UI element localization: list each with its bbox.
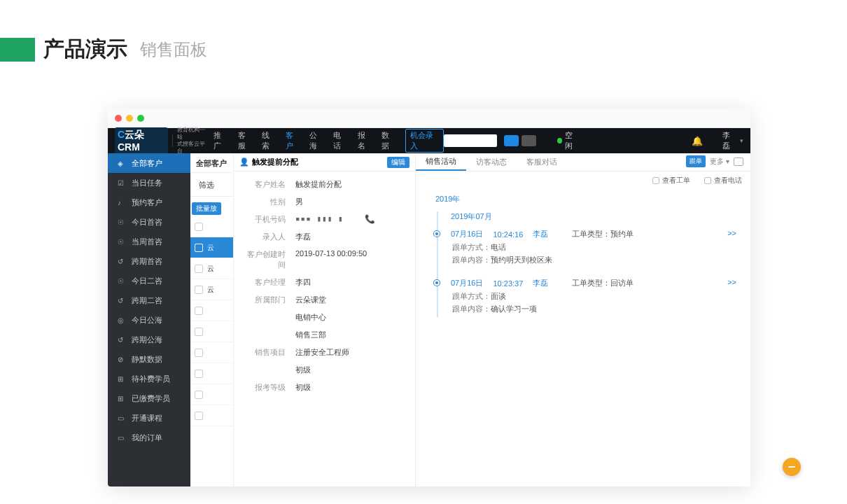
entry-time: 10:23:37 — [493, 279, 523, 288]
list-row[interactable]: 云 — [190, 279, 233, 300]
field-value: 电销中心 — [295, 312, 326, 323]
field-value: 李四 — [295, 277, 311, 288]
field-value: 李磊 — [295, 232, 311, 242]
list-row[interactable] — [190, 216, 233, 237]
field-label: 录入人 — [242, 232, 286, 242]
row-checkbox[interactable] — [195, 370, 203, 378]
minimize-dot[interactable] — [126, 115, 133, 122]
list-row[interactable] — [190, 384, 233, 405]
sidebar-item-label: 预约客户 — [132, 197, 162, 208]
sidebar-item-14[interactable]: ▭我的订单 — [108, 428, 190, 447]
detail-field: 电销中心 — [242, 309, 407, 326]
field-label: 销售项目 — [242, 347, 286, 358]
list-row[interactable] — [190, 300, 233, 321]
bell-icon[interactable]: 🔔 — [692, 136, 703, 146]
detail-field: 报考等级初级 — [242, 379, 407, 396]
nav-items: 推广客服线索客户公海电话报名数据 — [214, 130, 395, 151]
row-checkbox[interactable] — [195, 307, 203, 315]
detail-field: 性别男 — [242, 193, 407, 211]
chevron-down-icon[interactable]: ▾ — [740, 137, 743, 144]
sidebar-item-label: 我的订单 — [132, 433, 162, 443]
timeline-month: 2019年07月 — [451, 211, 736, 222]
row-checkbox[interactable] — [195, 265, 203, 273]
entry-more-link[interactable]: >> — [727, 229, 736, 237]
nav-item-0[interactable]: 推广 — [214, 130, 227, 151]
filter-view-phone[interactable]: 查看电话 — [704, 176, 742, 186]
sidebar-item-9[interactable]: ↺跨期公海 — [108, 330, 190, 349]
nav-item-5[interactable]: 电话 — [333, 130, 347, 151]
sidebar-item-13[interactable]: ▭开通课程 — [108, 408, 190, 428]
user-name[interactable]: 李磊 — [722, 130, 737, 151]
sidebar-item-5[interactable]: ↺跨期首咨 — [108, 251, 190, 271]
row-checkbox[interactable] — [195, 328, 203, 336]
sidebar-item-3[interactable]: ☉今日首咨 — [108, 212, 190, 232]
sidebar-item-6[interactable]: ☉今日二咨 — [108, 271, 190, 290]
sidebar-item-4[interactable]: ☉当周首咨 — [108, 232, 190, 251]
sidebar-item-1[interactable]: ☑当日任务 — [108, 173, 190, 192]
opportunity-button[interactable]: 机会录入 — [405, 129, 444, 153]
entry-method: 跟单方式：面谈 — [451, 291, 731, 302]
search-input[interactable] — [444, 134, 497, 147]
filter-label[interactable]: 筛选 — [190, 173, 233, 197]
nav-item-3[interactable]: 客户 — [286, 130, 300, 151]
zoom-dot[interactable] — [137, 115, 144, 122]
row-checkbox[interactable] — [195, 391, 203, 399]
list-row[interactable]: 云 — [190, 258, 233, 279]
nav-item-7[interactable]: 数据 — [382, 130, 396, 151]
activity-tab-0[interactable]: 销售活动 — [416, 153, 466, 171]
list-row[interactable] — [190, 342, 233, 363]
fab-minus-button[interactable]: − — [783, 458, 801, 476]
bulk-release-tag[interactable]: 批量放 — [192, 202, 221, 215]
field-label: 客户姓名 — [242, 179, 286, 190]
page-title: 产品演示 — [43, 35, 127, 64]
filter-view-ticket[interactable]: 查看工单 — [652, 176, 690, 186]
row-checkbox[interactable] — [195, 244, 203, 252]
activity-tab-1[interactable]: 访客动态 — [466, 153, 517, 171]
more-menu[interactable]: 更多 ▾ — [710, 157, 729, 167]
list-header: 全部客户 — [190, 153, 233, 173]
nav-item-1[interactable]: 客服 — [238, 130, 252, 151]
sidebar-icon: ▭ — [118, 414, 127, 422]
entry-time: 10:24:16 — [493, 230, 523, 239]
field-value: 触发提前分配 — [295, 179, 342, 190]
sidebar-item-12[interactable]: ⊞已缴费学员 — [108, 388, 190, 408]
activity-tab-2[interactable]: 客服对话 — [517, 153, 567, 171]
list-row[interactable] — [190, 321, 233, 342]
phone-icon[interactable]: 📞 — [365, 214, 375, 224]
field-value: 云朵课堂 — [295, 295, 326, 305]
follow-button[interactable]: 跟单 — [686, 155, 706, 167]
sidebar-item-8[interactable]: ◎今日公海 — [108, 310, 190, 330]
sidebar-icon: ♪ — [118, 199, 127, 206]
row-checkbox[interactable] — [195, 412, 203, 420]
hangup-button[interactable] — [522, 135, 536, 146]
list-row[interactable] — [190, 363, 233, 384]
sidebar-item-10[interactable]: ⊘静默数据 — [108, 349, 190, 369]
row-checkbox[interactable] — [195, 349, 203, 357]
sidebar-item-11[interactable]: ⊞待补费学员 — [108, 369, 190, 388]
sidebar-item-7[interactable]: ↺跨期二咨 — [108, 290, 190, 310]
brand-tag2: 式授客云平台 — [177, 141, 205, 154]
close-dot[interactable] — [115, 115, 122, 122]
customer-list-panel: 全部客户 筛选 批量放 云云云 — [190, 153, 234, 486]
field-label: 性别 — [242, 197, 286, 207]
nav-item-2[interactable]: 线索 — [262, 130, 276, 151]
field-value: 初级 — [295, 382, 311, 393]
nav-item-6[interactable]: 报名 — [358, 130, 372, 151]
entry-more-link[interactable]: >> — [727, 278, 736, 286]
edit-button[interactable]: 编辑 — [387, 157, 410, 168]
layout-toggle-icon[interactable] — [734, 158, 743, 166]
field-label: 报考等级 — [242, 382, 286, 393]
row-checkbox[interactable] — [195, 223, 203, 231]
list-row[interactable] — [190, 405, 233, 426]
sidebar-item-2[interactable]: ♪预约客户 — [108, 192, 190, 212]
sidebar-icon: ⊘ — [118, 356, 127, 363]
sidebar: ◈全部客户☑当日任务♪预约客户☉今日首咨☉当周首咨↺跨期首咨☉今日二咨↺跨期二咨… — [108, 153, 190, 486]
sidebar-item-0[interactable]: ◈全部客户 — [108, 153, 190, 173]
sidebar-item-label: 跨期二咨 — [132, 295, 162, 306]
call-button[interactable] — [504, 135, 519, 146]
list-row[interactable]: 云 — [190, 237, 233, 258]
status-text[interactable]: 空闲 — [565, 130, 580, 151]
nav-item-4[interactable]: 公海 — [309, 130, 323, 151]
row-checkbox[interactable] — [195, 286, 203, 294]
sidebar-icon: ☉ — [118, 238, 127, 246]
